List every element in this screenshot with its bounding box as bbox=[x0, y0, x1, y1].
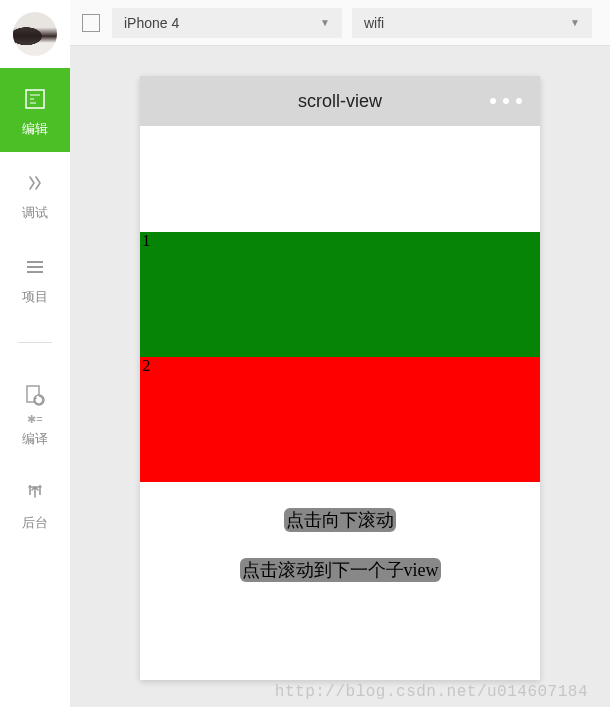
sidebar-item-label: 编辑 bbox=[22, 120, 48, 138]
block-label: 2 bbox=[142, 356, 151, 375]
sidebar-separator bbox=[18, 342, 52, 343]
svg-rect-0 bbox=[26, 90, 44, 108]
header-menu-icon[interactable] bbox=[490, 76, 522, 126]
device-value: iPhone 4 bbox=[124, 15, 179, 31]
sidebar-item-label: 项目 bbox=[22, 288, 48, 306]
orientation-toggle[interactable] bbox=[82, 14, 100, 32]
sidebar-item-edit[interactable]: 编辑 bbox=[0, 68, 70, 152]
scroll-block-1[interactable]: 1 bbox=[140, 232, 540, 357]
phone-header: scroll-view bbox=[140, 76, 540, 126]
sidebar-item-background[interactable]: 后台 bbox=[0, 462, 70, 546]
block-label: 1 bbox=[142, 231, 151, 250]
phone-body: 1 2 点击向下滚动 点击滚动到下一个子view bbox=[140, 126, 540, 680]
compile-sublabel: ✱= bbox=[27, 413, 42, 426]
topbar: iPhone 4 ▼ wifi ▼ bbox=[70, 0, 610, 46]
sidebar-item-label: 编译 bbox=[22, 430, 48, 448]
device-dropdown[interactable]: iPhone 4 ▼ bbox=[112, 8, 342, 38]
avatar[interactable] bbox=[13, 12, 57, 56]
chevron-down-icon: ▼ bbox=[320, 17, 330, 28]
scroll-next-button[interactable]: 点击滚动到下一个子view bbox=[240, 558, 441, 582]
sidebar-item-debug[interactable]: 调试 bbox=[0, 152, 70, 236]
preview-canvas: scroll-view 1 2 点击向下滚动 点击滚动到下一个子view bbox=[70, 46, 610, 707]
sidebar: 编辑 调试 项目 ✱= 编译 后台 bbox=[0, 0, 70, 707]
gap bbox=[140, 532, 540, 558]
sidebar-item-label: 后台 bbox=[22, 514, 48, 532]
scroll-down-button[interactable]: 点击向下滚动 bbox=[284, 508, 396, 532]
page-title: scroll-view bbox=[298, 91, 382, 112]
sidebar-item-project[interactable]: 项目 bbox=[0, 236, 70, 320]
background-icon bbox=[22, 480, 48, 506]
sidebar-item-label: 调试 bbox=[22, 204, 48, 222]
edit-icon bbox=[22, 86, 48, 112]
scroll-block-2[interactable]: 2 bbox=[140, 357, 540, 482]
sidebar-item-compile[interactable]: ✱= 编译 bbox=[0, 365, 70, 462]
scroll-spacer bbox=[140, 126, 540, 232]
network-value: wifi bbox=[364, 15, 384, 31]
debug-icon bbox=[22, 170, 48, 196]
gap bbox=[140, 482, 540, 508]
chevron-down-icon: ▼ bbox=[570, 17, 580, 28]
project-icon bbox=[22, 254, 48, 280]
network-dropdown[interactable]: wifi ▼ bbox=[352, 8, 592, 38]
compile-icon bbox=[22, 383, 48, 409]
phone-simulator: scroll-view 1 2 点击向下滚动 点击滚动到下一个子view bbox=[140, 76, 540, 680]
